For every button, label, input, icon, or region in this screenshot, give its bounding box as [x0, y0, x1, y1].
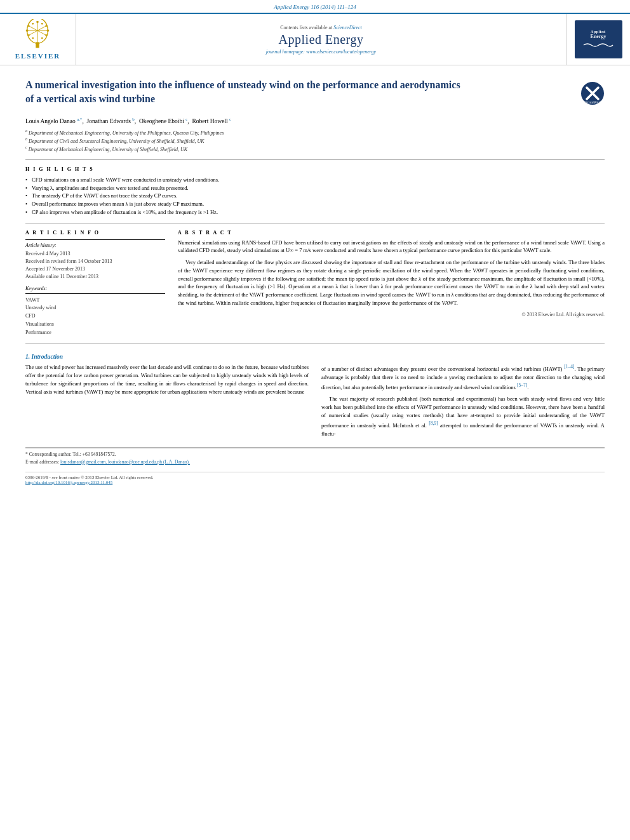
- svg-line-4: [29, 26, 38, 30]
- bottom-bar: 0306-2619/$ - see front matter © 2013 El…: [25, 472, 605, 485]
- keyword-unsteady: Unsteady wind: [25, 304, 165, 312]
- bottom-issn: 0306-2619/$ - see front matter © 2013 El…: [25, 475, 605, 480]
- ref-1-4: [1–4]: [564, 364, 574, 370]
- journal-reference-bar: Applied Energy 116 (2014) 111–124: [0, 0, 630, 13]
- highlights-section: H I G H L I G H T S CFD simulations on a…: [25, 166, 605, 217]
- abstract-text: Numerical simulations using RANS-based C…: [178, 239, 605, 319]
- svg-point-11: [28, 25, 30, 27]
- divider-3: [25, 343, 605, 344]
- keywords-section: Keywords: VAWT Unsteady wind CFD Visuali…: [25, 286, 165, 337]
- doi-link[interactable]: http://dx.doi.org/10.1016/j.apenergy.201…: [25, 480, 112, 485]
- intro-right-col: of a number of distinct advantages they …: [321, 363, 605, 442]
- accepted-date: Accepted 17 November 2013: [25, 265, 165, 273]
- elsevier-logo-area: ELSEVIER: [0, 14, 76, 65]
- elsevier-logo: ELSEVIER: [15, 19, 61, 60]
- keyword-cfd: CFD: [25, 312, 165, 321]
- title-row: A numerical investigation into the influ…: [25, 78, 605, 112]
- article-info-section: A R T I C L E I N F O Article history: R…: [25, 230, 165, 281]
- journal-homepage-link[interactable]: journal homepage: www.elsevier.com/locat…: [266, 49, 376, 55]
- footnote-email-link[interactable]: louisdanao@gmail.com, louisdanao@coe.upd…: [60, 459, 190, 465]
- science-direct-line: Contents lists available at ScienceDirec…: [280, 25, 362, 30]
- highlight-item: CP also improves when amplitude of fluct…: [25, 208, 605, 217]
- highlight-item: The unsteady CP of the VAWT does not tra…: [25, 192, 605, 200]
- affiliation-b: b Department of Civil and Structural Eng…: [25, 137, 605, 145]
- svg-text:CrossMark: CrossMark: [583, 100, 602, 104]
- svg-point-10: [47, 29, 50, 32]
- affiliation-a: a Department of Mechanical Engineering, …: [25, 128, 605, 137]
- svg-line-6: [29, 30, 38, 35]
- authors-line: Louis Angelo Danao a,*, Jonathan Edwards…: [25, 117, 605, 124]
- highlights-list: CFD simulations on a small scale VAWT we…: [25, 176, 605, 217]
- bottom-doi: http://dx.doi.org/10.1016/j.apenergy.201…: [25, 480, 605, 485]
- ref-8-9: [8,9]: [429, 420, 438, 426]
- elsevier-tree-icon: [18, 19, 57, 51]
- received-revised-date: Received in revised form 14 October 2013: [25, 258, 165, 265]
- article-info-label: A R T I C L E I N F O: [25, 230, 165, 236]
- elsevier-text: ELSEVIER: [15, 52, 61, 60]
- journal-center: Contents lists available at ScienceDirec…: [76, 14, 566, 65]
- svg-point-8: [37, 21, 39, 23]
- abstract-label: A B S T R A C T: [178, 230, 605, 236]
- divider-2: [25, 223, 605, 223]
- svg-point-17: [32, 37, 34, 39]
- article-title: A numerical investigation into the influ…: [25, 78, 470, 105]
- footnote-email: E-mail addresses: louisdanao@gmail.com, …: [25, 458, 605, 465]
- main-content: A numerical investigation into the influ…: [0, 65, 630, 498]
- introduction-section: 1. Introduction The use of wind power ha…: [25, 354, 605, 442]
- svg-point-12: [46, 25, 48, 27]
- keyword-vawt: VAWT: [25, 297, 165, 305]
- abstract-copyright: © 2013 Elsevier Ltd. All rights reserved…: [178, 311, 605, 319]
- applied-energy-logo-area: Applied Energy: [566, 14, 630, 65]
- science-direct-link[interactable]: ScienceDirect: [333, 25, 362, 30]
- journal-title: Applied Energy: [279, 32, 364, 47]
- keyword-perf: Performance: [25, 329, 165, 337]
- available-date: Available online 11 December 2013: [25, 273, 165, 281]
- history-label: Article history:: [25, 243, 165, 248]
- intro-left-col: The use of wind power has increased mass…: [25, 363, 309, 442]
- author-howell: Robert Howell c: [192, 118, 231, 124]
- header-inner: ELSEVIER Contents lists available at Sci…: [0, 14, 630, 65]
- keyword-vis: Visualisations: [25, 321, 165, 329]
- affiliations: a Department of Mechanical Engineering, …: [25, 128, 605, 153]
- affiliation-c: c Department of Mechanical Engineering, …: [25, 145, 605, 153]
- crossmark-area: CrossMark: [580, 81, 605, 107]
- ae-logo-squiggle-icon: [582, 41, 614, 49]
- abstract-para-1: Numerical simulations using RANS-based C…: [178, 239, 605, 255]
- divider-1: [25, 159, 605, 160]
- intro-right-para-2: The vast majority of research published …: [321, 395, 605, 439]
- svg-point-16: [41, 23, 43, 25]
- highlights-label: H I G H L I G H T S: [25, 166, 605, 172]
- svg-point-15: [32, 23, 34, 25]
- abstract-col: A B S T R A C T Numerical simulations us…: [178, 230, 605, 337]
- svg-point-13: [28, 34, 30, 36]
- received-date: Received 4 May 2013: [25, 250, 165, 258]
- footnote-corresponding: * Corresponding author. Tel.: +63 949184…: [25, 451, 605, 458]
- highlight-item: Overall performance improves when mean λ…: [25, 200, 605, 208]
- author-eboibi: Okeoghene Eboibi c,: [139, 118, 191, 124]
- applied-energy-logo: Applied Energy: [575, 20, 622, 58]
- intro-right-para-1: of a number of distinct advantages they …: [321, 363, 605, 392]
- header-bar: ELSEVIER Contents lists available at Sci…: [0, 13, 630, 65]
- svg-point-14: [46, 34, 48, 36]
- intro-columns: The use of wind power has increased mass…: [25, 363, 605, 442]
- journal-homepage: journal homepage: www.elsevier.com/locat…: [266, 49, 376, 55]
- highlight-item: Varying λ, amplitudes and frequencies we…: [25, 184, 605, 192]
- abstract-para-2: Very detailed understandings of the flow…: [178, 258, 605, 307]
- footnote-area: * Corresponding author. Tel.: +63 949184…: [25, 448, 605, 465]
- keywords-label: Keywords:: [25, 286, 165, 291]
- crossmark-icon: CrossMark: [580, 81, 605, 105]
- svg-line-5: [37, 26, 46, 30]
- svg-point-9: [26, 29, 29, 32]
- intro-heading: 1. Introduction: [25, 354, 605, 360]
- author-edwards: Jonathan Edwards b,: [87, 118, 138, 124]
- svg-point-18: [41, 37, 43, 39]
- info-divider: [25, 239, 165, 240]
- highlight-item: CFD simulations on a small scale VAWT we…: [25, 176, 605, 184]
- svg-line-7: [37, 30, 46, 35]
- journal-ref-text: Applied Energy 116 (2014) 111–124: [0, 0, 630, 13]
- article-info-abstract-cols: A R T I C L E I N F O Article history: R…: [25, 230, 605, 337]
- intro-left-para-1: The use of wind power has increased mass…: [25, 363, 309, 397]
- ref-5-7: [5–7]: [517, 382, 527, 388]
- author-danao: Louis Angelo Danao a,*,: [25, 118, 85, 124]
- article-info-col: A R T I C L E I N F O Article history: R…: [25, 230, 165, 337]
